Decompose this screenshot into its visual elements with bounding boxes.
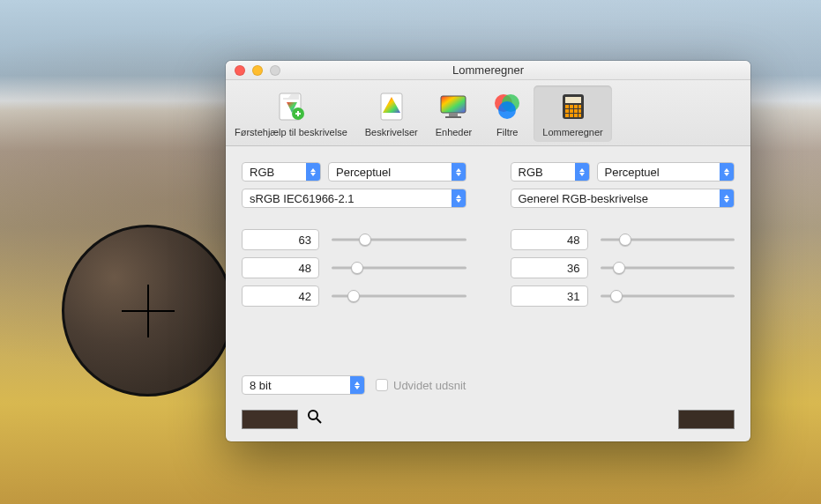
- dest-color-swatch: [678, 410, 735, 429]
- dest-channel-row: [511, 229, 735, 250]
- calculator-icon: [556, 89, 591, 124]
- updown-icon: [306, 163, 320, 181]
- svg-rect-13: [565, 105, 569, 108]
- minimize-icon[interactable]: [252, 65, 263, 76]
- source-channel-row: [242, 257, 466, 278]
- svg-point-25: [309, 411, 317, 419]
- svg-rect-24: [578, 114, 581, 117]
- titlebar[interactable]: Lommeregner: [226, 61, 750, 80]
- dest-profile-select[interactable]: Generel RGB-beskrivelse: [511, 189, 735, 208]
- filters-icon: [489, 89, 525, 124]
- source-profile-select[interactable]: sRGB IEC61966-2.1: [242, 189, 466, 208]
- toolbar-item-devices[interactable]: Enheder: [427, 85, 481, 142]
- bit-depth-select[interactable]: 8 bit: [242, 375, 365, 395]
- source-channel-3-field[interactable]: [242, 285, 319, 307]
- svg-rect-23: [574, 114, 578, 117]
- dest-intent-select[interactable]: Perceptuel: [597, 162, 735, 182]
- source-channel-2-slider[interactable]: [332, 260, 466, 276]
- dest-model-select[interactable]: RGB: [511, 162, 590, 182]
- source-channel-1-field[interactable]: [242, 229, 319, 250]
- source-channel-3-slider[interactable]: [332, 288, 466, 304]
- devices-icon: [436, 89, 471, 124]
- toolbar: Førstehjælp til beskrivelse Beskrivelser: [226, 80, 750, 146]
- toolbar-item-label: Enheder: [436, 127, 473, 137]
- dest-channel-2-slider[interactable]: [601, 260, 735, 276]
- toolbar-item-label: Beskrivelser: [365, 127, 418, 137]
- source-intent-select[interactable]: Perceptuel: [328, 162, 466, 182]
- svg-rect-5: [441, 96, 466, 113]
- svg-rect-15: [574, 105, 578, 108]
- checkbox-label: Udvidet udsnit: [393, 379, 466, 392]
- close-icon[interactable]: [235, 65, 245, 76]
- source-color-swatch: [242, 410, 298, 429]
- updown-icon: [720, 163, 734, 181]
- toolbar-item-filters[interactable]: Filtre: [481, 85, 534, 142]
- toolbar-item-firstaid[interactable]: Førstehjælp til beskrivelse: [226, 85, 356, 142]
- firstaid-icon: [273, 89, 309, 124]
- updown-icon: [575, 163, 589, 181]
- calculator-pane: RGB Perceptuel sRGB IEC61966-2.1: [226, 146, 750, 441]
- window-title: Lommeregner: [226, 63, 750, 77]
- svg-rect-18: [570, 109, 573, 113]
- dest-channel-2-field[interactable]: [511, 257, 588, 278]
- svg-rect-19: [574, 109, 578, 113]
- source-channel-1-slider[interactable]: [332, 232, 466, 248]
- source-channel-2-field[interactable]: [242, 257, 319, 278]
- updown-icon: [452, 163, 466, 181]
- toolbar-item-calculator[interactable]: Lommeregner: [534, 85, 611, 142]
- zoom-icon: [270, 65, 280, 76]
- svg-rect-21: [565, 114, 569, 117]
- source-color-column: RGB Perceptuel sRGB IEC61966-2.1: [242, 162, 466, 334]
- select-value: 8 bit: [250, 379, 272, 392]
- magnifier-icon[interactable]: [307, 409, 323, 429]
- select-value: RGB: [250, 166, 274, 179]
- extended-gamut-checkbox[interactable]: Udvidet udsnit: [376, 379, 466, 392]
- svg-rect-20: [578, 109, 581, 113]
- select-value: sRGB IEC61966-2.1: [250, 192, 355, 205]
- toolbar-item-label: Førstehjælp til beskrivelse: [235, 127, 347, 137]
- select-value: Generel RGB-beskrivelse: [519, 192, 648, 205]
- source-channel-row: [242, 285, 466, 307]
- toolbar-item-profiles[interactable]: Beskrivelser: [356, 85, 427, 142]
- toolbar-item-label: Lommeregner: [542, 127, 602, 137]
- select-value: Perceptuel: [605, 166, 660, 179]
- dest-channel-1-field[interactable]: [511, 229, 588, 250]
- svg-rect-16: [578, 105, 581, 108]
- svg-rect-22: [570, 114, 573, 117]
- source-channel-row: [242, 229, 466, 250]
- svg-point-10: [498, 101, 516, 119]
- dest-color-column: RGB Perceptuel Generel RGB-beskrivelse: [511, 162, 735, 334]
- svg-line-26: [317, 419, 321, 423]
- source-model-select[interactable]: RGB: [242, 162, 321, 182]
- svg-rect-6: [449, 113, 458, 116]
- svg-rect-7: [445, 116, 461, 118]
- select-value: Perceptuel: [336, 166, 391, 179]
- colorsync-window: Lommeregner Førstehjælp til beskrivelse: [226, 61, 750, 441]
- svg-rect-17: [565, 109, 569, 113]
- dest-channel-3-field[interactable]: [511, 285, 588, 307]
- svg-rect-14: [570, 105, 573, 108]
- dest-channel-3-slider[interactable]: [601, 288, 735, 304]
- toolbar-item-label: Filtre: [496, 127, 518, 137]
- svg-rect-12: [565, 97, 581, 103]
- updown-icon: [350, 376, 364, 394]
- updown-icon: [720, 189, 734, 207]
- updown-icon: [452, 189, 466, 207]
- profiles-icon: [374, 89, 409, 124]
- color-picker-loupe[interactable]: [62, 225, 234, 397]
- dest-channel-row: [511, 285, 735, 307]
- checkbox-icon: [376, 379, 388, 391]
- dest-channel-row: [511, 257, 735, 278]
- select-value: RGB: [519, 166, 543, 179]
- dest-channel-1-slider[interactable]: [601, 232, 735, 248]
